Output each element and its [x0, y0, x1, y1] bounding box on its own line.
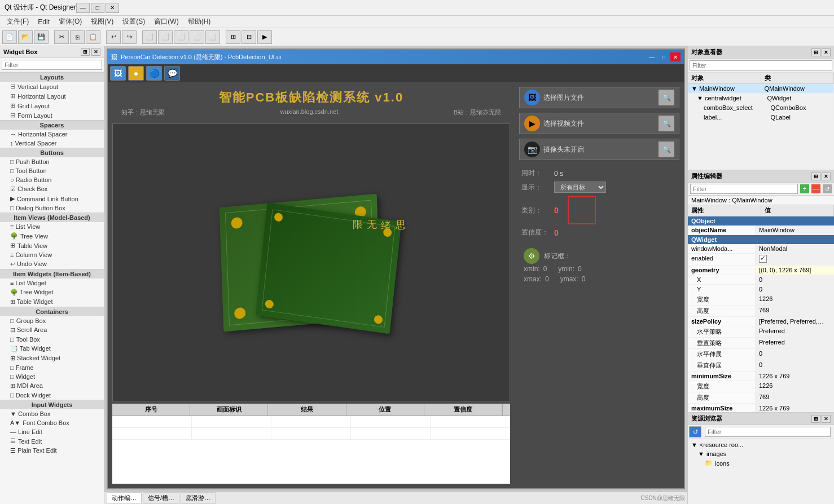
save-button[interactable]: 💾 [34, 30, 49, 44]
widget-push-button[interactable]: □ Push Button [0, 157, 104, 166]
prop-vpolicy[interactable]: 垂直策略 Preferred [688, 338, 834, 349]
inner-tb-btn-4[interactable]: 💬 [164, 66, 180, 81]
prop-x[interactable]: X 0 [688, 275, 834, 285]
prop-reset-button[interactable]: ↺ [823, 184, 832, 193]
menu-settings[interactable]: 设置(S) [118, 16, 150, 28]
prop-hstretch[interactable]: 水平伸展 0 [688, 349, 834, 360]
widget-line-edit[interactable]: ― Line Edit [0, 427, 104, 436]
widget-table-view[interactable]: ⊞ Table View [0, 241, 104, 250]
prop-minsize[interactable]: minimumSize 1226 x 769 [688, 372, 834, 381]
align-center-button[interactable]: ⬜ [158, 30, 173, 44]
align-left-button[interactable]: ⬜ [142, 30, 157, 44]
prop-filter-input[interactable] [690, 184, 798, 194]
align-right-button[interactable]: ⬜ [174, 30, 188, 44]
prop-add-button[interactable]: + [800, 184, 809, 193]
grid-button[interactable]: ⊞ [226, 30, 240, 44]
obj-row-mainwindow[interactable]: ▼ MainWindow QMainWindow [688, 84, 834, 94]
tab-resources[interactable]: 底滑游… [181, 492, 216, 504]
inner-maximize-button[interactable]: □ [659, 52, 669, 61]
new-button[interactable]: 📄 [2, 30, 17, 44]
widget-group-box[interactable]: □ Group Box [0, 316, 104, 325]
inner-close-button[interactable]: ✕ [670, 52, 681, 61]
widget-check-box[interactable]: ☑ Check Box [0, 184, 104, 194]
widget-vertical-layout[interactable]: ⊟ Vertical Layout [0, 82, 104, 91]
prop-width[interactable]: 宽度 1226 [688, 294, 834, 306]
widget-form-layout[interactable]: ⊟ Form Layout [0, 110, 104, 120]
maximize-button[interactable]: □ [91, 3, 104, 13]
table-body[interactable] [112, 416, 510, 484]
widget-radio-button[interactable]: ○ Radio Button [0, 175, 104, 184]
widget-box-filter-input[interactable] [2, 60, 102, 70]
widget-dock-widget[interactable]: □ Dock Widget [0, 391, 104, 400]
align-top-button[interactable]: ⬜ [190, 30, 204, 44]
inner-minimize-button[interactable]: — [647, 52, 657, 61]
tab-signals[interactable]: 信号/槽… [143, 492, 179, 504]
obj-filter-input[interactable] [690, 60, 832, 70]
widget-box-close[interactable]: ✕ [91, 48, 100, 56]
inner-tb-btn-2[interactable]: ● [128, 66, 144, 81]
prop-y[interactable]: Y 0 [688, 285, 834, 294]
widget-table-widget[interactable]: ⊞ Table Widget [0, 297, 104, 307]
prop-geometry[interactable]: geometry [(0, 0), 1226 x 769] [688, 266, 834, 275]
obj-row-combobox[interactable]: comboBox_select QComboBox [688, 103, 834, 113]
obj-row-centralwidget[interactable]: ▼ centralwidget QWidget [688, 94, 834, 103]
widget-box-float[interactable]: ⊞ [81, 48, 90, 56]
camera-button[interactable]: 📷 摄像头未开启 🔍 [519, 139, 679, 160]
prop-objectname[interactable]: objectName MainWindow [688, 226, 834, 235]
menu-window[interactable]: 窗口(W) [150, 16, 183, 28]
menu-help[interactable]: 帮助(H) [183, 16, 216, 28]
widget-text-edit[interactable]: ☰ Text Edit [0, 436, 104, 446]
prop-editor-close[interactable]: ✕ [822, 173, 831, 180]
widget-list-widget[interactable]: ≡ List Widget [0, 278, 104, 288]
open-button[interactable]: 📂 [18, 30, 33, 44]
tab-actions[interactable]: 动作编… [107, 492, 142, 504]
prop-vstretch[interactable]: 垂直伸展 0 [688, 360, 834, 372]
prop-hpolicy[interactable]: 水平策略 Preferred [688, 326, 834, 338]
prop-sizepolicy[interactable]: sizePolicy [Preferred, Preferred,… [688, 317, 834, 326]
widget-tool-button[interactable]: □ Tool Button [0, 166, 104, 175]
inner-tb-btn-1[interactable]: 🖼 [110, 66, 126, 81]
widget-frame[interactable]: □ Frame [0, 363, 104, 372]
widget-undo-view[interactable]: ↩ Undo View [0, 259, 104, 269]
widget-tree-widget[interactable]: 🌳 Tree Widget [0, 288, 104, 297]
cut-button[interactable]: ✂ [54, 30, 69, 44]
widget-dialog-button-box[interactable]: □ Dialog Button Box [0, 204, 104, 213]
undo-button[interactable]: ↩ [106, 30, 121, 44]
res-root[interactable]: ▼ <resource roo... [689, 440, 833, 449]
preview-button[interactable]: ▶ [257, 30, 272, 44]
widget-stacked-widget[interactable]: ⊞ Stacked Widget [0, 353, 104, 363]
widget-command-link-button[interactable]: ▶ Command Link Button [0, 194, 104, 204]
display-select[interactable]: 所有目标 [554, 182, 606, 193]
menu-edit[interactable]: Edit [33, 17, 54, 27]
widget-list-view[interactable]: ≡ List View [0, 222, 104, 231]
paste-button[interactable]: 📋 [86, 30, 100, 44]
prop-maxsize[interactable]: maximumSize 1226 x 769 [688, 404, 834, 412]
res-images[interactable]: ▼ images [689, 449, 833, 458]
prop-height[interactable]: 高度 769 [688, 306, 834, 317]
res-refresh-btn[interactable]: ↺ [689, 426, 701, 437]
snap-button[interactable]: ⊟ [242, 30, 256, 44]
minimize-button[interactable]: — [76, 3, 90, 13]
select-video-button[interactable]: ▶ 选择视频文件 🔍 [519, 113, 679, 134]
widget-tool-box[interactable]: □ Tool Box [0, 335, 104, 344]
widget-vertical-spacer[interactable]: ↕ Vertical Spacer [0, 139, 104, 148]
widget-plain-text-edit[interactable]: ☰ Plain Text Edit [0, 446, 104, 456]
widget-tab-widget[interactable]: 📑 Tab Widget [0, 344, 104, 353]
prop-minwidth[interactable]: 宽度 1226 [688, 381, 834, 392]
widget-combo-box[interactable]: ▼ Combo Box [0, 409, 104, 418]
res-browser-close[interactable]: ✕ [822, 415, 831, 423]
select-image-button[interactable]: 🖼 选择图片文件 🔍 [519, 87, 679, 108]
menu-form[interactable]: 窗体(O) [54, 16, 86, 28]
menu-view[interactable]: 视图(V) [86, 16, 118, 28]
align-bottom-button[interactable]: ⬜ [205, 30, 220, 44]
redo-button[interactable]: ↪ [122, 30, 137, 44]
prop-remove-button[interactable]: — [811, 184, 820, 193]
res-browser-float[interactable]: ⊞ [811, 415, 820, 423]
widget-column-view[interactable]: ≡ Column View [0, 250, 104, 259]
menu-file[interactable]: 文件(F) [2, 16, 33, 28]
copy-button[interactable]: ⎘ [70, 30, 85, 44]
prop-minheight[interactable]: 高度 769 [688, 392, 834, 404]
widget-grid-layout[interactable]: ⊞ Grid Layout [0, 101, 104, 110]
widget-horizontal-layout[interactable]: ⊞ Horizontal Layout [0, 91, 104, 101]
prop-enabled[interactable]: enabled [688, 254, 834, 266]
